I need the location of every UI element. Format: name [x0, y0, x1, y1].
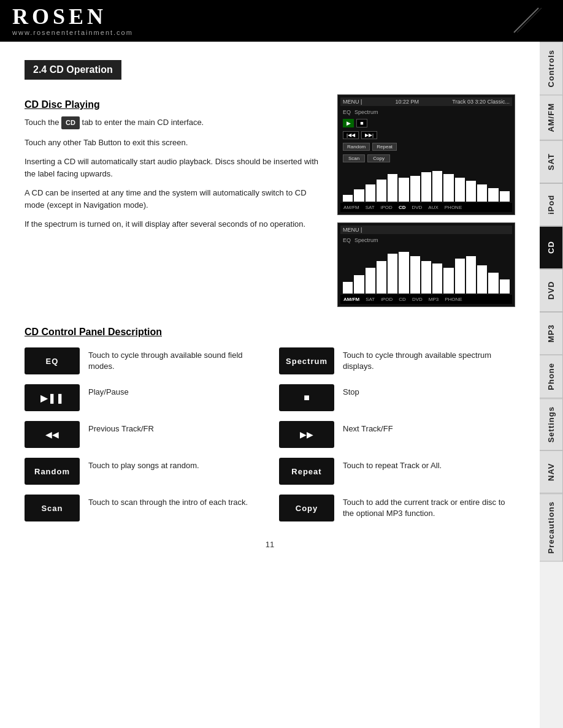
spectrum-bar	[432, 264, 442, 294]
repeat-description: Touch to repeat Track or All.	[343, 458, 442, 471]
next-description: Next Track/FF	[343, 421, 393, 434]
spectrum-bar	[477, 265, 487, 294]
stop-description: Stop	[343, 384, 359, 398]
sidebar-tab-nav[interactable]: NAV	[540, 450, 563, 493]
page-number: 11	[25, 540, 515, 549]
copy-btn-top[interactable]: Copy	[367, 154, 390, 162]
spectrum-bar	[377, 261, 386, 294]
spectrum-description: Touch to cycle through available spectru…	[343, 347, 515, 372]
para-any-time: A CD can be inserted at any time and the…	[25, 187, 325, 211]
copy-button[interactable]: Copy	[279, 495, 334, 521]
next-btn-top[interactable]: ▶▶|	[361, 131, 377, 139]
sidebar-tab-cd[interactable]: CD	[540, 226, 563, 269]
spectrum-bar	[354, 275, 364, 294]
sidebar-nav: Controls AM/FM SAT iPod CD DVD MP3 Phone…	[540, 42, 563, 562]
spectrum-bar	[388, 254, 397, 294]
sidebar-tab-mp3[interactable]: MP3	[540, 312, 563, 355]
spectrum-bar	[477, 184, 487, 202]
stop-btn-top[interactable]: ■	[356, 119, 367, 127]
svg-line-0	[514, 8, 538, 32]
para-spectrum: If the spectrum is turned on, it will di…	[25, 218, 325, 230]
control-item-stop: ■ Stop	[279, 384, 515, 411]
playpause-button[interactable]: ▶❚❚	[25, 384, 80, 411]
spectrum-bar	[421, 261, 431, 294]
spectrum-bar	[443, 174, 453, 202]
sidebar-tab-sat[interactable]: SAT	[540, 140, 563, 183]
cd-nav-tabs-top: AM/FM SAT iPOD CD DVD AUX PHONE	[340, 203, 512, 212]
cd-status-bar-top: MENU | 10:22 PM Track 03 3:20 Classic...	[340, 97, 512, 106]
controls-grid: EQ Touch to cycle through available soun…	[25, 347, 515, 521]
disc-playing-title: CD Disc Playing	[25, 99, 325, 110]
cd-screenshots: MENU | 10:22 PM Track 03 3:20 Classic...…	[337, 94, 515, 314]
spectrum-bar	[500, 279, 510, 294]
random-description: Touch to play songs at random.	[88, 458, 199, 471]
spectrum-bar	[488, 188, 498, 202]
spectrum-bar	[410, 256, 420, 294]
repeat-button[interactable]: Repeat	[279, 458, 334, 485]
spectrum-bar	[410, 176, 420, 202]
para1-suffix: tab to enter the main CD interface.	[82, 118, 204, 127]
section-heading: 2.4 CD Operation	[25, 60, 121, 80]
spectrum-bar	[432, 171, 442, 202]
spectrum-bar	[399, 178, 408, 202]
spectrum-bar	[366, 184, 375, 202]
svg-line-1	[517, 8, 542, 32]
spectrum-bar	[500, 191, 510, 202]
brand-logo: ROSEN	[12, 6, 133, 28]
spectrum-top	[340, 166, 512, 203]
disc-playing-text: CD Disc Playing Touch the CD tab to ente…	[25, 94, 325, 314]
spectrum-bar	[354, 189, 364, 202]
sidebar-tab-precautions[interactable]: Precautions	[540, 493, 563, 561]
control-item-scan: Scan Touch to scan through the intro of …	[25, 495, 261, 521]
spectrum-bar	[343, 282, 353, 294]
para-cd-tab: Touch the CD tab to enter the main CD in…	[25, 116, 325, 129]
cd-tab-badge: CD	[61, 116, 80, 129]
control-item-playpause: ▶❚❚ Play/Pause	[25, 384, 261, 411]
sidebar-tab-ipod[interactable]: iPod	[540, 183, 563, 226]
copy-description: Touch to add the current track or entire…	[343, 495, 515, 519]
scan-btn-top[interactable]: Scan	[343, 154, 365, 162]
spectrum-bar	[466, 256, 476, 294]
sidebar-tab-phone[interactable]: Phone	[540, 355, 563, 398]
sidebar-tab-settings[interactable]: Settings	[540, 398, 563, 450]
prev-btn-top[interactable]: |◀◀	[343, 131, 359, 139]
control-panel-title: CD Control Panel Description	[25, 327, 515, 338]
random-btn-top[interactable]: Random	[343, 143, 370, 151]
control-item-random: Random Touch to play songs at random.	[25, 458, 261, 485]
spectrum-bar	[455, 259, 465, 294]
control-item-eq: EQ Touch to cycle through available soun…	[25, 347, 261, 374]
spectrum-bar	[488, 273, 498, 294]
spectrum-bar	[377, 180, 386, 202]
para1-prefix: Touch the	[25, 118, 59, 127]
eq-description: Touch to cycle through available sound f…	[88, 347, 261, 372]
control-item-repeat: Repeat Touch to repeat Track or All.	[279, 458, 515, 485]
spectrum-bar	[455, 178, 465, 202]
scan-button[interactable]: Scan	[25, 495, 80, 521]
page-header: ROSEN www.rosenentertainment.com	[0, 0, 563, 42]
control-item-copy: Copy Touch to add the current track or e…	[279, 495, 515, 521]
spectrum-bar	[443, 268, 453, 294]
spectrum-button[interactable]: Spectrum	[279, 347, 334, 374]
sidebar-tab-dvd[interactable]: DVD	[540, 269, 563, 312]
playpause-description: Play/Pause	[88, 384, 129, 398]
header-decoration	[508, 5, 545, 36]
disc-playing-section: CD Disc Playing Touch the CD tab to ente…	[25, 94, 515, 314]
para-insert: Inserting a CD will automatically start …	[25, 156, 325, 180]
control-item-prev: ◀◀ Previous Track/FR	[25, 421, 261, 448]
control-item-next: ▶▶ Next Track/FF	[279, 421, 515, 448]
random-button[interactable]: Random	[25, 458, 80, 485]
eq-button[interactable]: EQ	[25, 347, 80, 374]
cd-interface-bottom: MENU | EQ Spectrum AM/FM SAT iPOD CD DVD…	[337, 222, 515, 307]
spectrum-bar	[388, 174, 397, 202]
repeat-btn-top[interactable]: Repeat	[372, 143, 397, 151]
play-btn-top[interactable]: ▶	[343, 119, 354, 127]
sidebar-tab-amfm[interactable]: AM/FM	[540, 95, 563, 140]
cd-nav-tabs-bottom: AM/FM SAT iPOD CD DVD MP3 PHONE	[340, 295, 512, 304]
next-button[interactable]: ▶▶	[279, 421, 334, 448]
para-exit: Touch any other Tab Button to exit this …	[25, 137, 325, 149]
stop-button[interactable]: ■	[279, 384, 334, 411]
sidebar-tab-controls[interactable]: Controls	[540, 42, 563, 95]
spectrum-bar	[343, 195, 353, 202]
scan-description: Touch to scan through the intro of each …	[88, 495, 248, 508]
prev-button[interactable]: ◀◀	[25, 421, 80, 448]
